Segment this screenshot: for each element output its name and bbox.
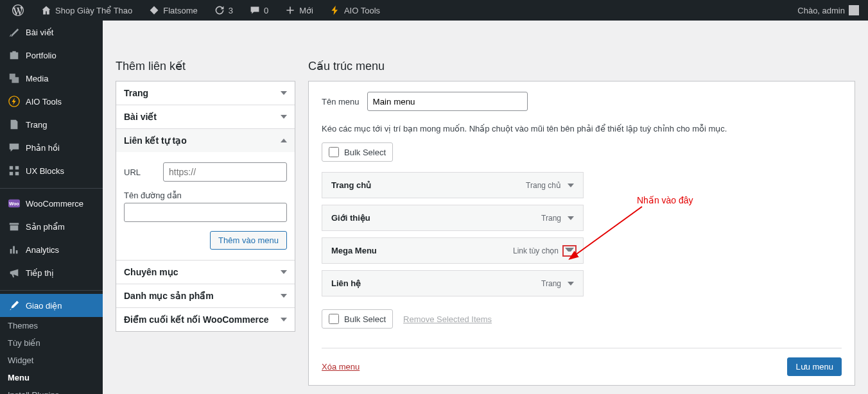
save-menu-button[interactable]: Lưu menu — [787, 357, 842, 376]
menu-item[interactable]: Liên hệ Trang — [322, 270, 584, 296]
bulk-select-bottom[interactable]: Bulk Select — [322, 309, 393, 329]
menu-name-input[interactable] — [367, 92, 528, 111]
admin-sidebar: Bài viết Portfolio Media AIO Tools Trang… — [0, 21, 103, 394]
menu-item-title: Mega Menu — [331, 246, 377, 255]
accordion-posts[interactable]: Bài viết — [116, 105, 295, 128]
menu-item-title: Liên hệ — [331, 278, 361, 288]
sidebar-item-posts[interactable]: Bài viết — [0, 21, 103, 44]
admin-bar-account[interactable]: Chào, admin — [797, 5, 862, 15]
sidebar-separator — [0, 287, 103, 291]
submenu-menus[interactable]: Menu — [0, 369, 103, 386]
new-content[interactable]: Mới — [279, 0, 318, 21]
bolt-circle-icon — [8, 95, 21, 108]
menu-item-type: Trang chủ — [526, 181, 561, 190]
sidebar-item-uxblocks[interactable]: UX Blocks — [0, 159, 103, 182]
sidebar-item-media[interactable]: Media — [0, 67, 103, 90]
add-to-menu-button[interactable]: Thêm vào menu — [210, 231, 287, 250]
submenu-install-plugins[interactable]: Install Plugins — [0, 386, 103, 394]
updates-count: 3 — [229, 6, 233, 15]
wp-logo[interactable] — [6, 0, 30, 21]
url-label: URL — [124, 167, 155, 177]
sidebar-item-label: Phản hồi — [26, 143, 60, 153]
accordion-title: Bài viết — [124, 112, 157, 122]
accordion-categories[interactable]: Chuyên mục — [116, 261, 295, 284]
sidebar-item-label: Sản phẩm — [26, 222, 65, 232]
accordion-wc-endpoints[interactable]: Điểm cuối kết nối WooCommerce — [116, 308, 295, 331]
url-input[interactable] — [163, 162, 287, 182]
sidebar-item-appearance[interactable]: Giao diện — [0, 294, 103, 317]
menu-item-type: Trang — [541, 214, 561, 223]
bulk-select-top[interactable]: Bulk Select — [322, 142, 393, 162]
sidebar-item-label: Media — [26, 74, 48, 83]
submenu-themes[interactable]: Themes — [0, 317, 103, 334]
sidebar-item-products[interactable]: Sản phẩm — [0, 215, 103, 238]
chevron-down-icon[interactable] — [568, 216, 574, 220]
submenu-customize[interactable]: Tùy biến — [0, 334, 103, 352]
menu-footer-actions: Xóa menu Lưu menu — [322, 348, 842, 385]
site-name[interactable]: Shop Giày Thể Thao — [35, 0, 137, 21]
menu-item[interactable]: Giới thiệu Trang — [322, 205, 584, 231]
sidebar-item-aiotools[interactable]: AIO Tools — [0, 90, 103, 113]
sidebar-item-pages[interactable]: Trang — [0, 113, 103, 136]
chevron-down-icon — [281, 91, 287, 95]
menu-name-label: Tên menu — [322, 97, 360, 107]
sidebar-separator — [0, 185, 103, 189]
menu-item[interactable]: Mega Menu Link tùy chọn — [322, 237, 584, 264]
menu-item-type: Trang — [541, 279, 561, 288]
menu-item-title: Trang chủ — [331, 180, 371, 190]
menu-item-title: Giới thiệu — [331, 213, 370, 223]
comments-count: 0 — [264, 6, 268, 15]
accordion-title: Trang — [124, 88, 148, 98]
updates-item[interactable]: 3 — [208, 0, 238, 21]
comments-item[interactable]: 0 — [243, 0, 273, 21]
woo-icon: Woo — [8, 197, 21, 210]
sidebar-item-analytics[interactable]: Analytics — [0, 238, 103, 261]
help-text: Kéo các mục tới vị trí bạn mong muốn. Nh… — [322, 124, 842, 133]
brush-icon — [8, 299, 21, 312]
sidebar-item-label: Portfolio — [26, 51, 56, 60]
remove-selected-link: Remove Selected Items — [403, 314, 492, 324]
sidebar-item-marketing[interactable]: Tiếp thị — [0, 261, 103, 284]
media-icon — [8, 72, 21, 85]
comment-icon — [248, 4, 261, 17]
sidebar-item-label: Bài viết — [26, 28, 53, 37]
svg-rect-1 — [10, 166, 13, 169]
chevron-down-icon — [281, 294, 287, 298]
chevron-down-icon[interactable] — [568, 184, 574, 187]
update-icon — [213, 4, 226, 17]
accordion-title: Danh mục sản phẩm — [124, 291, 214, 301]
menu-structure-heading: Cấu trúc menu — [308, 59, 855, 73]
flatsome-item[interactable]: Flatsome — [143, 0, 202, 21]
add-links-heading: Thêm liên kết — [116, 59, 295, 73]
sidebar-item-label: Analytics — [26, 245, 59, 255]
sidebar-item-comments[interactable]: Phản hồi — [0, 136, 103, 159]
custom-links-body: URL Tên đường dẫn Thêm vào menu — [116, 152, 295, 260]
bulk-select-checkbox[interactable] — [329, 147, 339, 157]
svg-rect-4 — [15, 172, 19, 175]
chevron-down-icon — [281, 270, 287, 274]
linktext-input[interactable] — [124, 203, 287, 222]
accordion-custom-links[interactable]: Liên kết tự tạo — [116, 129, 295, 152]
delete-menu-link[interactable]: Xóa menu — [322, 362, 360, 372]
avatar — [849, 5, 859, 15]
sidebar-item-woocommerce[interactable]: Woo WooCommerce — [0, 192, 103, 215]
chevron-down-icon[interactable] — [565, 248, 574, 254]
submenu-widgets[interactable]: Widget — [0, 352, 103, 369]
menu-item[interactable]: Trang chủ Trang chủ — [322, 172, 584, 198]
page-icon — [8, 118, 21, 131]
plus-icon — [284, 4, 297, 17]
bulk-select-label: Bulk Select — [344, 148, 386, 157]
accordion-product-cats[interactable]: Danh mục sản phẩm — [116, 284, 295, 307]
sidebar-item-label: UX Blocks — [26, 166, 64, 176]
chevron-down-icon[interactable] — [568, 282, 574, 286]
accordion-pages[interactable]: Trang — [116, 81, 295, 105]
sidebar-item-label: Tiếp thị — [26, 268, 54, 278]
blocks-icon — [8, 164, 21, 177]
sidebar-item-portfolio[interactable]: Portfolio — [0, 44, 103, 67]
accordion-container: Trang Bài viết Liên kết tự tạo — [116, 81, 295, 332]
annotation-text: Nhấn vào đây — [637, 195, 693, 205]
bulk-select-checkbox[interactable] — [329, 314, 339, 324]
home-icon — [40, 4, 53, 17]
aio-tools-bar[interactable]: AIO Tools — [324, 0, 385, 21]
admin-bar: Shop Giày Thể Thao Flatsome 3 0 Mới — [0, 0, 868, 21]
